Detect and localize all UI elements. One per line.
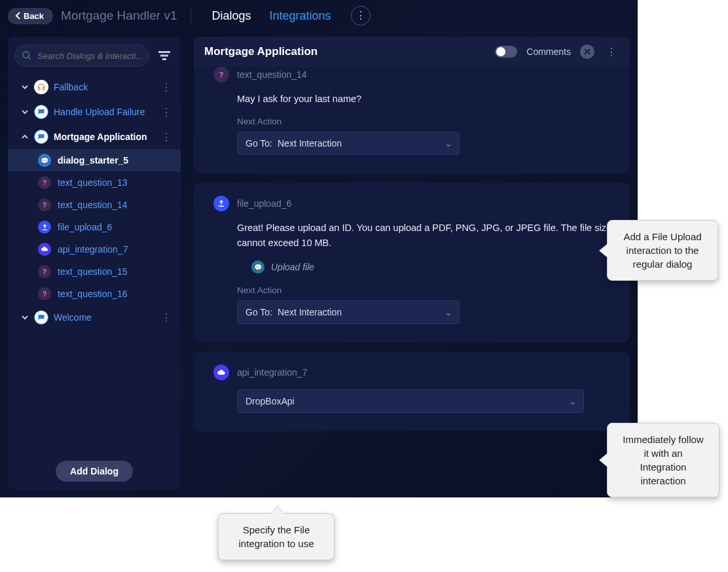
api-cloud-icon (213, 365, 229, 380)
card-body: DropBoxApi ⌄ (213, 389, 614, 413)
card-text-question-14: ? text_question_14 May I ask for your la… (194, 67, 630, 173)
next-action-label: Next Action (237, 116, 614, 126)
row-menu[interactable]: ⋮ (158, 106, 174, 118)
card-body: May I ask for your last name? Next Actio… (213, 92, 614, 155)
layout: Fallback ⋮ Handle Upload Failure ⋮ (0, 31, 638, 497)
next-action-label: Next Action (237, 285, 614, 295)
chevron-down-icon (21, 313, 29, 321)
next-action-select[interactable]: Go To: Next Interaction ⌄ (237, 300, 460, 324)
chevron-down-icon (21, 83, 29, 91)
svg-rect-3 (160, 55, 168, 57)
main-column: Mortgage Application Comments ⋮ ? text_q… (194, 37, 630, 490)
sidebar: Fallback ⋮ Handle Upload Failure ⋮ (8, 37, 181, 490)
chevron-down-icon (21, 108, 29, 116)
integration-select[interactable]: DropBoxApi ⌄ (237, 389, 584, 413)
tab-dialogs[interactable]: Dialogs (212, 9, 251, 23)
filter-button[interactable] (155, 46, 174, 65)
comments-toggle[interactable] (495, 46, 517, 58)
filter-icon (158, 51, 170, 60)
tree-label: Handle Upload Failure (54, 107, 153, 117)
child-text-question-16[interactable]: ? text_question_16 (8, 283, 181, 305)
row-menu[interactable]: ⋮ (158, 312, 174, 324)
row-menu[interactable]: ⋮ (158, 81, 174, 94)
child-label: text_question_13 (58, 177, 128, 188)
search-wrap (14, 45, 149, 67)
close-button[interactable] (580, 45, 594, 59)
goto-prefix: Go To: (246, 307, 272, 317)
search-row (8, 37, 181, 75)
upload-hint-label: Upload file (271, 262, 314, 272)
next-action-select[interactable]: Go To: Next Interaction ⌄ (237, 132, 460, 155)
svg-rect-2 (158, 51, 170, 53)
question-icon: ? (38, 198, 51, 211)
app-title: Mortgage Handler v1 (61, 9, 191, 23)
upload-icon (41, 224, 48, 231)
integration-value: DropBoxApi (246, 396, 295, 406)
child-file-upload-6[interactable]: file_upload_6 (8, 216, 181, 238)
child-label: text_question_14 (58, 200, 128, 210)
child-dialog-starter-5[interactable]: 💬 dialog_starter_5 (8, 149, 181, 171)
card-api-integration-7: api_integration_7 DropBoxApi ⌄ (194, 351, 630, 431)
child-text-question-13[interactable]: ? text_question_13 (8, 171, 181, 194)
tree-label: Mortgage Application (54, 132, 153, 142)
tree-item-fallback[interactable]: Fallback ⋮ (8, 75, 181, 99)
main-menu-button[interactable]: ⋮ (604, 46, 619, 58)
comments-label: Comments (526, 46, 571, 57)
dialog-type-icon (34, 80, 48, 94)
callout-text: Add a File Upload interaction to the reg… (623, 231, 701, 270)
card-text: Great! Please upload an ID. You can uplo… (237, 221, 614, 250)
callout-specify-integration: Specify the File integration to use (218, 513, 335, 560)
callout-text: Specify the File integration to use (238, 524, 314, 549)
header-menu-button[interactable]: ⋮ (351, 6, 371, 26)
upload-hint-row: 💬 Upload file (251, 260, 614, 274)
dialog-type-icon (34, 105, 48, 119)
goto-value: Next Interaction (278, 138, 342, 149)
dialog-type-icon (34, 130, 48, 144)
goto-prefix: Go To: (246, 138, 272, 149)
card-name: text_question_14 (237, 69, 307, 80)
tree-item-mortgage-application[interactable]: Mortgage Application ⋮ (8, 124, 181, 149)
chevron-down-icon: ⌄ (445, 138, 452, 149)
goto-value: Next Interaction (278, 307, 342, 317)
page-title: Mortgage Application (204, 45, 486, 58)
main-header: Mortgage Application Comments ⋮ (194, 37, 630, 67)
question-icon: ? (38, 265, 51, 278)
close-icon (584, 48, 591, 55)
chat-icon (37, 133, 45, 141)
chat-icon (37, 108, 45, 116)
search-input[interactable] (37, 51, 142, 61)
child-label: text_question_16 (58, 289, 128, 299)
callout-arrow-icon (600, 244, 608, 257)
card-file-upload-6: file_upload_6 Great! Please upload an ID… (194, 183, 630, 342)
tree-item-handle-upload-failure[interactable]: Handle Upload Failure ⋮ (8, 99, 181, 124)
child-text-question-14[interactable]: ? text_question_14 (8, 194, 181, 216)
row-menu[interactable]: ⋮ (158, 131, 174, 143)
tree-item-welcome[interactable]: Welcome ⋮ (8, 305, 181, 330)
card-head: ? text_question_14 (213, 67, 614, 82)
callout-integration: Immediately follow it with an Integratio… (607, 423, 719, 497)
cloud-icon (217, 369, 226, 376)
child-label: api_integration_7 (58, 244, 128, 255)
search-icon (22, 50, 32, 61)
svg-point-0 (23, 52, 29, 58)
chevron-down-icon: ⌄ (569, 396, 577, 406)
chat-icon (37, 313, 45, 321)
upload-icon (217, 200, 225, 207)
question-icon: ? (38, 176, 51, 189)
question-icon: ? (213, 67, 229, 82)
child-api-integration-7[interactable]: api_integration_7 (8, 238, 181, 260)
chevron-down-icon: ⌄ (445, 307, 452, 317)
chevron-left-icon (14, 12, 22, 20)
tab-integrations[interactable]: Integrations (270, 9, 331, 23)
add-dialog-button[interactable]: Add Dialog (56, 461, 133, 482)
child-text-question-15[interactable]: ? text_question_15 (8, 260, 181, 283)
callout-file-upload: Add a File Upload interaction to the reg… (607, 220, 718, 281)
card-body: Great! Please upload an ID. You can uplo… (213, 221, 614, 324)
card-name: file_upload_6 (237, 198, 291, 209)
back-button[interactable]: Back (8, 8, 53, 24)
cloud-icon (41, 246, 48, 253)
chat-bubble-icon: 💬 (38, 154, 51, 167)
card-head: api_integration_7 (213, 365, 614, 380)
child-label: text_question_15 (58, 266, 128, 277)
callout-text: Immediately follow it with an Integratio… (623, 434, 703, 486)
